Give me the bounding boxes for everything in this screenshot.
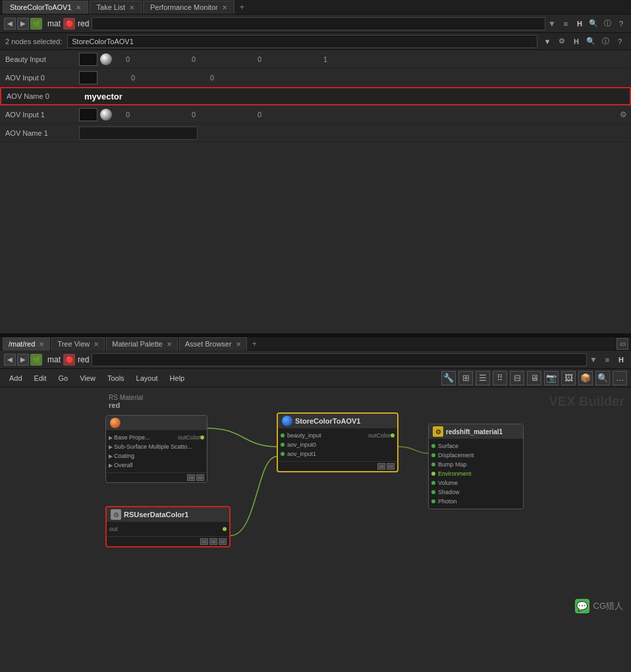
- menu-add[interactable]: Add: [4, 372, 28, 384]
- red-port-overall: ▶ Overall: [106, 461, 207, 470]
- bottom-mat-label: mat: [47, 355, 61, 364]
- houdini-icon[interactable]: H: [574, 18, 586, 30]
- toolbar-dots-grid-icon[interactable]: ⠿: [493, 371, 507, 385]
- tab-mat-red[interactable]: /mat/red ✕: [3, 337, 50, 350]
- node-canvas[interactable]: VEX Builder RS Material red ▶ Base Prope…: [0, 387, 631, 621]
- toolbar-list-icon[interactable]: ☰: [476, 371, 490, 385]
- tab-store-color[interactable]: StoreColorToAOV1 ✕: [3, 1, 88, 14]
- store-color-node[interactable]: StoreColorToAOV1 beauty_input outColor a…: [277, 412, 398, 472]
- menu-icon[interactable]: ≡: [560, 18, 572, 30]
- tab-take-list[interactable]: Take List ✕: [90, 1, 142, 14]
- red-icon: 🔴: [63, 18, 75, 30]
- toolbar-image-icon[interactable]: 🖼: [561, 371, 576, 385]
- beauty-color-ball: [100, 53, 112, 65]
- tab-asset-browser-close[interactable]: ✕: [236, 341, 241, 348]
- toolbar-cube-icon[interactable]: 📦: [578, 371, 593, 385]
- menu-view[interactable]: View: [74, 372, 101, 384]
- forward-button[interactable]: ▶: [17, 18, 29, 30]
- store-color-icon: [282, 416, 292, 426]
- red-footer-btn2[interactable]: ▭: [196, 474, 204, 481]
- toolbar-columns-icon[interactable]: ⊟: [510, 371, 524, 385]
- tab-tree-view[interactable]: Tree View ✕: [51, 337, 105, 350]
- menu-help[interactable]: Help: [165, 372, 190, 384]
- tab-mat-red-close[interactable]: ✕: [39, 341, 44, 348]
- red-footer-btn1[interactable]: ▭: [187, 474, 195, 481]
- menu-edit[interactable]: Edit: [29, 372, 52, 384]
- node-help-icon[interactable]: ?: [614, 36, 626, 47]
- bottom-add-tab-button[interactable]: +: [248, 338, 261, 350]
- help-icon[interactable]: ?: [615, 18, 627, 30]
- rs-user-footer-btn1[interactable]: ▭: [200, 538, 208, 545]
- red-port-coating-label: Coating: [114, 453, 134, 459]
- node-count-bar: 2 nodes selected: StoreColorToAOV1 ▼ ⚙ H…: [0, 33, 631, 50]
- add-tab-button[interactable]: +: [236, 1, 248, 13]
- rs-user-data-title: RSUserDataColor1: [124, 511, 188, 518]
- tab-performance-monitor[interactable]: Performance Monitor ✕: [143, 1, 234, 14]
- menu-tools[interactable]: Tools: [102, 372, 130, 384]
- store-footer-btn1[interactable]: ▭: [377, 463, 385, 470]
- info-icon[interactable]: ⓘ: [601, 18, 613, 30]
- store-color-title: StoreColorToAOV1: [295, 417, 360, 425]
- tab-material-palette[interactable]: Material Palette ✕: [106, 337, 177, 350]
- aov-name-1-input[interactable]: [79, 126, 198, 140]
- bottom-menu-icon[interactable]: ≡: [601, 354, 613, 366]
- aov1-color-swatch[interactable]: [79, 108, 97, 121]
- tab-asset-browser[interactable]: Asset Browser ✕: [179, 337, 247, 350]
- red-node[interactable]: ▶ Base Prope... outColor ▶ Sub-Surface M…: [105, 415, 207, 483]
- red-port-base-label: Base Prope...: [114, 434, 178, 441]
- tab-close-icon[interactable]: ✕: [222, 4, 227, 11]
- toolbar-grid-icon[interactable]: ⊞: [458, 371, 473, 385]
- bottom-houdini-icon[interactable]: H: [615, 354, 627, 366]
- toolbar-display-icon[interactable]: 🖥: [527, 371, 541, 385]
- aov-name-0-value: myvector: [80, 92, 123, 101]
- bottom-forward-button[interactable]: ▶: [17, 354, 29, 366]
- node-gear-icon[interactable]: ⚙: [556, 36, 568, 47]
- node-houdini-icon[interactable]: H: [570, 36, 582, 47]
- bottom-path-input[interactable]: [92, 353, 587, 366]
- search-icon[interactable]: 🔍: [588, 18, 599, 30]
- toolbar-wrench-icon[interactable]: 🔧: [441, 371, 456, 385]
- rs-user-data-node[interactable]: ⚙ RSUserDataColor1 out ▭ ▭ ▭: [105, 506, 231, 547]
- red-port-sub-label: Sub-Surface Multiple Scatto...: [114, 443, 192, 450]
- tab-material-palette-close[interactable]: ✕: [167, 341, 172, 348]
- toolbar-more-icon[interactable]: …: [613, 371, 627, 385]
- vex-builder-label: VEX Builder: [549, 394, 624, 409]
- rs-user-footer-btn2[interactable]: ▭: [209, 538, 217, 545]
- aov1-gear-icon[interactable]: ⚙: [620, 110, 627, 119]
- rs-port-displacement: Displacement: [429, 451, 523, 460]
- node-search-icon[interactable]: 🔍: [585, 36, 597, 47]
- red-port-out-dot: [200, 435, 204, 439]
- store-footer-btn2[interactable]: ▭: [387, 463, 395, 470]
- rs-port-bump: Bump Map: [429, 460, 523, 469]
- toolbar-camera-icon[interactable]: 📷: [544, 371, 559, 385]
- redshift-material-body: Surface Displacement Bump Map Environmen…: [429, 439, 523, 509]
- beauty-input-fields: 0 0 0 1: [79, 53, 631, 66]
- aov0-color-swatch[interactable]: [79, 71, 97, 84]
- dropdown-icon[interactable]: ▼: [548, 19, 556, 28]
- node-dropdown-icon[interactable]: ▼: [541, 36, 553, 47]
- rs-port-environment-label: Environment: [438, 470, 472, 477]
- aov-input-0-label: AOV Input 0: [0, 74, 79, 82]
- bottom-back-button[interactable]: ◀: [4, 354, 16, 366]
- bottom-dropdown-icon[interactable]: ▼: [590, 355, 597, 364]
- beauty-color-swatch[interactable]: [79, 53, 97, 66]
- aov-name-0-row: AOV Name 0 myvector: [0, 87, 631, 105]
- tab-close-icon[interactable]: ✕: [76, 4, 81, 11]
- menu-layout[interactable]: Layout: [131, 372, 163, 384]
- minimize-button[interactable]: ▭: [617, 338, 628, 350]
- toolbar-search-icon[interactable]: 🔍: [595, 371, 610, 385]
- tab-tree-view-close[interactable]: ✕: [94, 341, 99, 348]
- rs-port-volume: Volume: [429, 478, 523, 488]
- menu-go[interactable]: Go: [53, 372, 74, 384]
- tab-close-icon[interactable]: ✕: [129, 4, 134, 11]
- path-input[interactable]: [92, 17, 545, 30]
- node-info-icon[interactable]: ⓘ: [599, 36, 611, 47]
- bottom-section: /mat/red ✕ Tree View ✕ Material Palette …: [0, 336, 631, 621]
- rs-user-footer-btn3[interactable]: ▭: [219, 538, 227, 545]
- toolbar-right-icons: 🔧 ⊞ ☰ ⠿ ⊟ 🖥 📷 🖼 📦 🔍 …: [441, 371, 627, 385]
- aov-name-0-label: AOV Name 0: [1, 92, 80, 100]
- back-button[interactable]: ◀: [4, 18, 16, 30]
- menu-items: Add Edit Go View Tools Layout Help: [4, 372, 190, 384]
- redshift-material-node[interactable]: ⚙ redshift_material1 Surface Displacemen…: [428, 424, 524, 509]
- wechat-icon-symbol: 💬: [576, 601, 588, 611]
